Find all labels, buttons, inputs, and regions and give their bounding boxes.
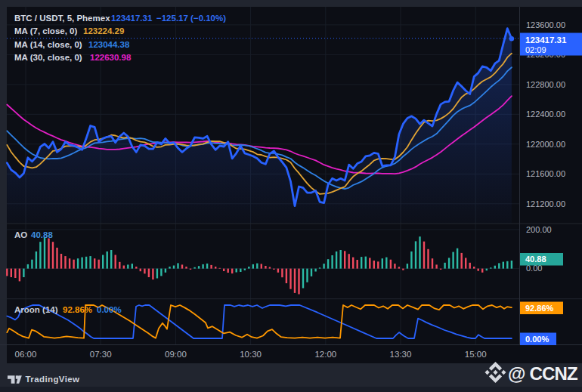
svg-text:10:30: 10:30 — [240, 350, 262, 359]
svg-text:122630.98: 122630.98 — [90, 53, 132, 62]
svg-text:123417.31: 123417.31 — [111, 14, 153, 23]
svg-text:02:09: 02:09 — [525, 45, 546, 54]
svg-text:40.88: 40.88 — [525, 255, 546, 264]
svg-text:TradingView: TradingView — [26, 375, 80, 384]
svg-text:123600.00: 123600.00 — [526, 20, 565, 29]
svg-text:15:00: 15:00 — [465, 350, 487, 359]
svg-text:13:30: 13:30 — [390, 350, 412, 359]
svg-text:MA (14, close, 0): MA (14, close, 0) — [14, 40, 82, 49]
svg-text:07:30: 07:30 — [90, 350, 112, 359]
svg-text:122400.00: 122400.00 — [526, 110, 565, 119]
svg-text:123417.31: 123417.31 — [525, 35, 567, 45]
svg-text:92.86%: 92.86% — [63, 305, 92, 314]
svg-text:06:00: 06:00 — [15, 350, 37, 359]
svg-text:92.86%: 92.86% — [525, 304, 554, 313]
svg-text:−125.17 (−0.10%): −125.17 (−0.10%) — [156, 14, 226, 23]
svg-text:122000.00: 122000.00 — [526, 140, 565, 149]
svg-text:121200.00: 121200.00 — [526, 199, 565, 208]
svg-text:0.00%: 0.00% — [525, 335, 549, 344]
svg-text:123224.29: 123224.29 — [83, 26, 124, 35]
svg-text:MA (30, close, 0): MA (30, close, 0) — [14, 53, 82, 62]
svg-text:123044.38: 123044.38 — [88, 40, 130, 49]
svg-text:122800.00: 122800.00 — [526, 80, 565, 89]
svg-text:BTC / USDT, 5, Phemex: BTC / USDT, 5, Phemex — [14, 14, 110, 23]
svg-text:Aroon (14): Aroon (14) — [14, 305, 58, 314]
svg-text:09:00: 09:00 — [165, 350, 187, 359]
svg-text:12:00: 12:00 — [314, 350, 336, 359]
svg-text:AO: AO — [14, 230, 27, 239]
svg-text:40.88: 40.88 — [31, 230, 53, 239]
svg-text:0.00%: 0.00% — [97, 305, 122, 314]
svg-text:200.00: 200.00 — [526, 225, 552, 234]
svg-text:MA (7, close, 0): MA (7, close, 0) — [14, 26, 77, 35]
svg-text:121600.00: 121600.00 — [526, 169, 565, 178]
svg-text:@ CCNZ: @ CCNZ — [508, 363, 577, 384]
